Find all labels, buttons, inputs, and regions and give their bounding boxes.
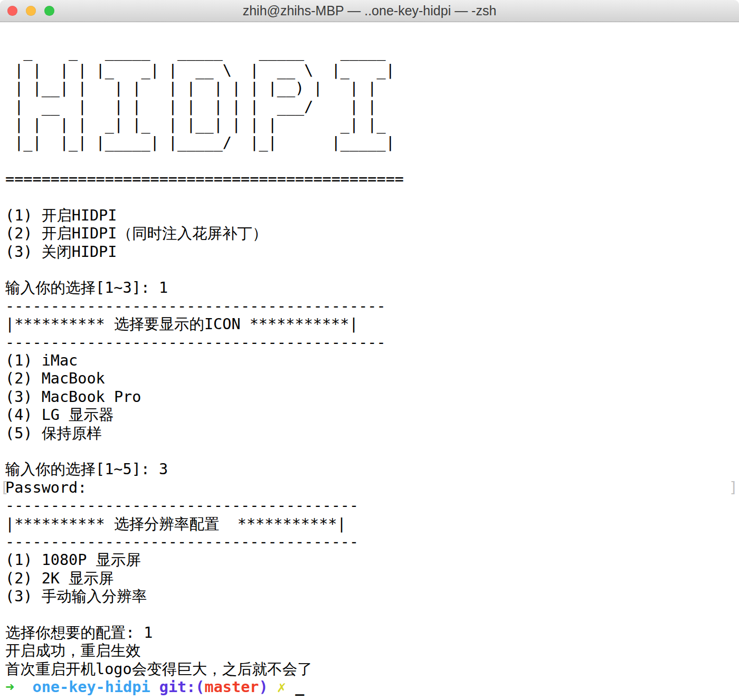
shell-prompt-line[interactable]: ➜ one-key-hidpi git:(master) ✗ _ <box>5 678 737 696</box>
terminal-line: ========================================… <box>5 170 737 188</box>
terminal-line: 输入你的选择[1~5]: 3 <box>5 461 737 478</box>
terminal-line: --------------------------------------- <box>5 497 737 515</box>
prompt-spacer <box>150 678 159 696</box>
terminal-line: _ _ _____ _____ _____ _____ <box>5 43 737 61</box>
terminal-line: (2) MacBook <box>5 370 737 388</box>
terminal-line: 输入你的选择[1~3]: 1 <box>5 279 737 297</box>
terminal-line: |********** 选择分辨率配置 ***********| <box>5 515 737 533</box>
terminal-line: | | | | |_ _| | __ \ | __ \ |_ _| <box>5 62 737 80</box>
terminal-line: 开启成功，重启生效 <box>5 642 737 660</box>
terminal-screen[interactable]: _ _ _____ _____ _____ _____ | | | | |_ _… <box>0 22 739 696</box>
terminal-line <box>5 261 737 279</box>
terminal-cursor: _ <box>295 678 304 696</box>
terminal-line: | |__| | | | | | | | | |__) | | | <box>5 80 737 98</box>
terminal-line: (1) 开启HIDPI <box>5 207 737 225</box>
terminal-line: (5) 保持原样 <box>5 425 737 443</box>
terminal-line: Password:[] <box>5 479 737 497</box>
terminal-line: (1) 1080P 显示屏 <box>5 551 737 569</box>
terminal-line: (2) 2K 显示屏 <box>5 570 737 588</box>
prompt-directory: one-key-hidpi <box>33 678 150 696</box>
terminal-line: 选择你想要的配置: 1 <box>5 624 737 642</box>
zoom-button[interactable] <box>44 6 54 16</box>
prompt-arrow-icon: ➜ <box>5 678 14 696</box>
terminal-line: (2) 开启HIDPI（同时注入花屏补丁） <box>5 225 737 243</box>
title-bar[interactable]: zhih@zhihs-MBP — ..one-key-hidpi — -zsh <box>0 0 739 22</box>
terminal-line: |********** 选择要显示的ICON ***********| <box>5 315 737 333</box>
terminal-line <box>5 443 737 461</box>
terminal-line: (3) 关闭HIDPI <box>5 243 737 261</box>
terminal-line: (4) LG 显示器 <box>5 406 737 424</box>
git-prefix: git:( <box>159 678 205 696</box>
prompt-spacer <box>286 678 295 696</box>
terminal-line: ----------------------------------------… <box>5 334 737 352</box>
window-title: zhih@zhihs-MBP — ..one-key-hidpi — -zsh <box>243 3 497 18</box>
terminal-line: | | | | _| |_ | |__| | | | _| |_ <box>5 116 737 134</box>
traffic-lights <box>7 6 54 16</box>
terminal-line: | __ | | | | | | | | ___/ | | <box>5 98 737 116</box>
terminal-line: 首次重启开机logo会变得巨大，之后就不会了 <box>5 660 737 678</box>
terminal-line: (1) iMac <box>5 352 737 370</box>
close-button[interactable] <box>7 6 17 16</box>
terminal-line: (3) 手动输入分辨率 <box>5 588 737 606</box>
prompt-spacer <box>14 678 32 696</box>
terminal-window: zhih@zhihs-MBP — ..one-key-hidpi — -zsh … <box>0 0 739 700</box>
terminal-line: ----------------------------------------… <box>5 298 737 315</box>
minimize-button[interactable] <box>26 6 36 16</box>
prompt-mark-right: ] <box>729 479 738 497</box>
terminal-line <box>5 152 737 170</box>
terminal-line <box>5 25 737 43</box>
terminal-line: (3) MacBook Pro <box>5 388 737 406</box>
git-close-paren: ) <box>259 678 268 696</box>
terminal-line: --------------------------------------- <box>5 533 737 551</box>
terminal-line: |_| |_| |_____| |_____/ |_| |_____| <box>5 134 737 152</box>
prompt-mark-left: [ <box>0 479 9 497</box>
git-branch: master <box>205 678 259 696</box>
terminal-line <box>5 606 737 624</box>
terminal-line <box>5 189 737 207</box>
git-dirty-icon: ✗ <box>277 678 286 696</box>
prompt-spacer <box>268 678 277 696</box>
